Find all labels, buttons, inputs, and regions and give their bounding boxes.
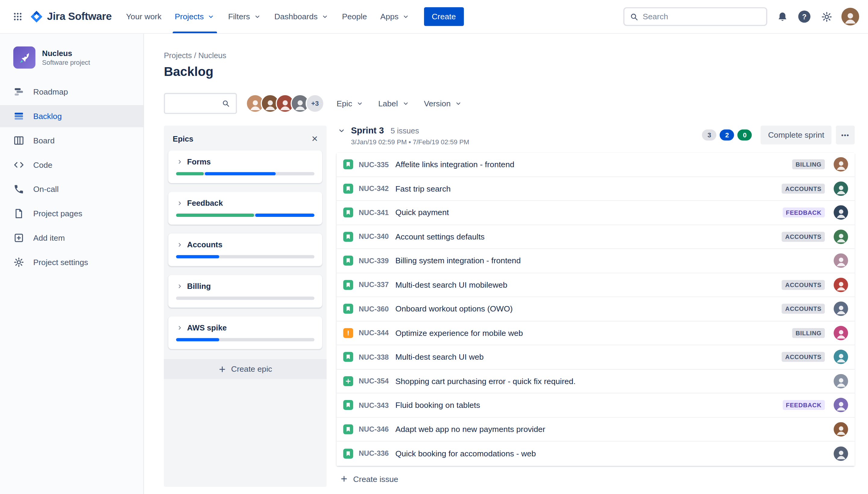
issue-row[interactable]: NUC-335Affelite links integration - fron… (337, 153, 855, 177)
chevron-down-icon (356, 100, 364, 108)
sprint-issue-count: 5 issues (391, 126, 419, 135)
chevron-down-icon (337, 126, 346, 135)
epic-name: Feedback (187, 198, 223, 207)
story-icon (344, 257, 352, 265)
jira-logo[interactable]: Jira Software (30, 10, 112, 23)
sidebar-item-code[interactable]: Code (0, 154, 144, 176)
filter-dropdowns: Epic Label Version (337, 99, 462, 108)
sidebar-item-backlog[interactable]: Backlog (0, 105, 144, 127)
issue-row[interactable]: NUC-342Fast trip searchACCOUNTS (337, 177, 855, 201)
sidebar-item-project-settings[interactable]: Project settings (0, 251, 144, 273)
issue-row[interactable]: NUC-341Quick paymentFEEDBACK (337, 201, 855, 225)
help-button[interactable]: ? (797, 10, 812, 24)
create-button[interactable]: Create (424, 7, 464, 26)
story-icon (343, 208, 353, 217)
issue-row[interactable]: NUC-344Optimize experience for mobile we… (337, 321, 855, 345)
epic-label-badge: ACCOUNTS (782, 304, 825, 314)
sidebar-item-board[interactable]: Board (0, 130, 144, 152)
story-icon (343, 232, 353, 242)
issue-title: Affelite links integration - frontend (395, 160, 787, 169)
issue-key: NUC-346 (359, 425, 389, 434)
sidebar-item-roadmap[interactable]: Roadmap (0, 81, 144, 103)
sidebar-item-project-pages[interactable]: Project pages (0, 203, 144, 224)
nav-item-projects[interactable]: Projects (168, 0, 222, 33)
epic-card-accounts[interactable]: Accounts (168, 233, 322, 266)
settings-button[interactable] (819, 10, 834, 24)
issue-row[interactable]: NUC-337Multi-dest search UI mobilewebACC… (337, 273, 855, 297)
nav-item-your-work[interactable]: Your work (119, 0, 168, 33)
issue-row[interactable]: NUC-340Account settings defaultsACCOUNTS (337, 225, 855, 249)
plus-icon (340, 475, 348, 483)
issue-key: NUC-336 (359, 450, 389, 458)
person-icon (248, 97, 262, 112)
sprint-stat-todo: 3 (702, 130, 717, 141)
assignee-avatar[interactable] (834, 230, 848, 244)
sidebar-nav: RoadmapBacklogBoardCodeOn-callProject pa… (9, 81, 134, 273)
assignee-avatar[interactable] (834, 374, 848, 388)
assignee-avatar[interactable] (834, 181, 848, 196)
issue-row[interactable]: NUC-339Billing system integration - fron… (337, 249, 855, 273)
assignee-avatar[interactable] (834, 350, 848, 364)
epic-progress-bar (176, 255, 314, 259)
version-filter-dropdown[interactable]: Version (424, 99, 462, 108)
issue-row[interactable]: NUC-346Adapt web app no new payments pro… (337, 417, 855, 442)
nav-item-apps[interactable]: Apps (374, 0, 417, 33)
issue-row[interactable]: NUC-338Multi-dest search UI webACCOUNTS (337, 345, 855, 369)
global-search[interactable] (623, 7, 767, 26)
epic-card-billing[interactable]: Billing (168, 275, 322, 307)
issue-key: NUC-335 (359, 160, 389, 169)
close-icon[interactable]: × (312, 133, 318, 144)
assignee-avatar[interactable] (834, 205, 848, 220)
assignee-avatar[interactable] (834, 302, 848, 316)
sprint-more-button[interactable]: ••• (836, 126, 854, 144)
story-icon (344, 305, 352, 313)
story-icon (344, 233, 352, 241)
complete-sprint-button[interactable]: Complete sprint (761, 126, 831, 144)
epic-filter-dropdown[interactable]: Epic (337, 99, 364, 108)
person-icon (834, 255, 847, 268)
create-epic-button[interactable]: Create epic (164, 359, 327, 379)
nav-item-filters[interactable]: Filters (222, 0, 267, 33)
nav-item-dashboards[interactable]: Dashboards (267, 0, 335, 33)
jira-logo-text: Jira Software (47, 11, 112, 23)
project-name: Nucleus (42, 49, 90, 58)
assignee-avatar[interactable] (834, 422, 848, 436)
app-switcher-button[interactable] (9, 8, 26, 25)
assignee-avatar[interactable] (834, 157, 848, 172)
sidebar-item-on-call[interactable]: On-call (0, 178, 144, 200)
issue-row[interactable]: NUC-360Onboard workout options (OWO)ACCO… (337, 297, 855, 321)
label-filter-dropdown[interactable]: Label (378, 99, 410, 108)
issue-row[interactable]: NUC-343Fluid booking on tabletsFEEDBACK (337, 393, 855, 417)
sprint-stat-badges: 320 (702, 130, 752, 141)
story-icon (344, 281, 352, 289)
issue-row[interactable]: NUC-354Shopping cart purchasing error - … (337, 369, 855, 393)
story-icon (343, 352, 353, 362)
breadcrumb[interactable]: Projects / Nucleus (164, 51, 855, 60)
person-icon (293, 97, 307, 112)
issue-row[interactable]: NUC-336Quick booking for accomodations -… (337, 442, 855, 466)
chevron-down-icon (402, 100, 410, 108)
user-avatar[interactable] (842, 8, 859, 25)
sidebar-item-add-item[interactable]: Add item (0, 227, 144, 249)
assignee-avatar[interactable] (834, 326, 848, 340)
assignee-avatar[interactable] (834, 398, 848, 412)
create-issue-button[interactable]: Create issue (337, 472, 402, 486)
assignee-avatar[interactable] (834, 278, 848, 292)
backlog-search-input[interactable] (171, 99, 215, 108)
pages-icon (13, 208, 24, 219)
notifications-button[interactable] (775, 10, 789, 24)
issue-title: Adapt web app no new payments provider (395, 425, 825, 434)
backlog-search[interactable] (164, 93, 237, 114)
epic-card-aws-spike[interactable]: AWS spike (168, 317, 322, 349)
epic-card-feedback[interactable]: Feedback (168, 192, 322, 224)
assignee-avatar[interactable] (834, 446, 848, 461)
assignee-avatar[interactable] (834, 254, 848, 268)
global-search-input[interactable] (643, 12, 761, 21)
more-assignees-chip[interactable]: +3 (306, 94, 324, 113)
rocket-icon (17, 50, 32, 65)
epic-label-badge: FEEDBACK (783, 208, 825, 217)
epic-card-forms[interactable]: Forms (168, 151, 322, 183)
nav-item-people[interactable]: People (335, 0, 374, 33)
issue-title: Multi-dest search UI mobileweb (395, 281, 776, 289)
sprint-collapse-toggle[interactable] (337, 126, 347, 136)
